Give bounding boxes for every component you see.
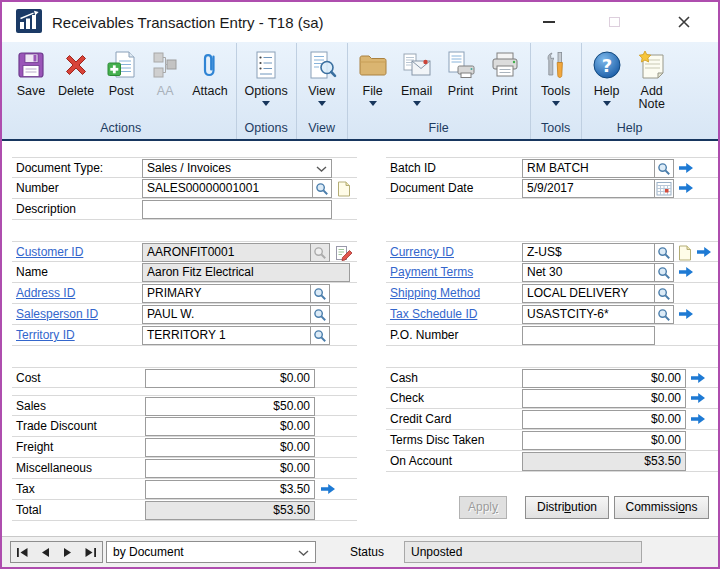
trade-discount-label: Trade Discount xyxy=(16,419,97,433)
number-note-icon[interactable] xyxy=(337,180,351,197)
credit-card-goto-arrow-icon[interactable] xyxy=(690,413,706,428)
currency-goto-arrow-icon[interactable] xyxy=(696,246,712,261)
sales-label: Sales xyxy=(16,399,46,413)
cash-field[interactable]: $0.00 xyxy=(522,369,686,388)
check-field[interactable]: $0.00 xyxy=(522,389,686,408)
description-field[interactable] xyxy=(142,200,332,219)
address-id-link[interactable]: Address ID xyxy=(16,286,75,300)
delete-button[interactable]: Delete xyxy=(53,43,99,98)
territory-id-lookup-button[interactable] xyxy=(310,326,330,345)
batch-id-field[interactable]: RM BATCH xyxy=(522,159,655,178)
options-button[interactable]: Options xyxy=(240,43,293,106)
address-id-lookup-button[interactable] xyxy=(310,284,330,303)
tools-icon xyxy=(539,47,573,83)
batch-id-lookup-button[interactable] xyxy=(654,159,674,178)
analytical-accounting-button: AA xyxy=(143,43,187,98)
first-record-button[interactable] xyxy=(16,547,29,558)
distribution-button[interactable]: Distribution xyxy=(525,496,609,519)
shipping-method-row: Shipping Method LOCAL DELIVERY xyxy=(386,283,718,304)
cost-field[interactable]: $0.00 xyxy=(145,369,315,388)
attach-button[interactable]: Attach xyxy=(187,43,232,98)
maximize-button xyxy=(600,10,628,34)
credit-card-label: Credit Card xyxy=(390,412,451,426)
currency-note-icon[interactable] xyxy=(678,244,692,261)
salesperson-id-link[interactable]: Salesperson ID xyxy=(16,307,98,321)
document-date-calendar-button[interactable] xyxy=(654,179,674,198)
next-record-button[interactable] xyxy=(61,547,74,558)
payment-terms-link[interactable]: Payment Terms xyxy=(390,265,473,279)
close-button[interactable] xyxy=(670,10,698,34)
cash-goto-arrow-icon[interactable] xyxy=(690,372,706,387)
terms-disc-taken-label: Terms Disc Taken xyxy=(390,433,484,447)
document-date-row: Document Date 5/9/2017 xyxy=(386,178,718,199)
territory-id-field[interactable]: TERRITORY 1 xyxy=(142,326,311,345)
salesperson-id-field[interactable]: PAUL W. xyxy=(142,305,311,324)
print-button[interactable]: Print xyxy=(483,43,527,98)
file-button[interactable]: File xyxy=(351,43,395,106)
tax-schedule-id-field[interactable]: USASTCITY-6* xyxy=(522,305,655,324)
total-row: Total $53.50 xyxy=(12,500,357,521)
email-button[interactable]: Email xyxy=(395,43,439,106)
toolbar-group-view: View View xyxy=(297,43,348,139)
freight-field[interactable]: $0.00 xyxy=(145,438,315,457)
minimize-button[interactable] xyxy=(535,10,563,34)
email-envelope-icon xyxy=(400,47,434,83)
save-icon xyxy=(14,47,48,83)
commissions-button[interactable]: Commissions xyxy=(614,496,709,519)
titlebar: Receivables Transaction Entry - T18 (sa) xyxy=(2,2,718,42)
document-type-row: Document Type: Sales / Invoices xyxy=(12,157,357,178)
tax-schedule-goto-arrow-icon[interactable] xyxy=(678,308,694,323)
tax-schedule-id-row: Tax Schedule ID USASTCITY-6* xyxy=(386,304,718,325)
sales-row: Sales $50.00 xyxy=(12,395,357,416)
payment-terms-goto-arrow-icon[interactable] xyxy=(678,266,694,281)
sales-field[interactable]: $50.00 xyxy=(145,397,315,416)
status-value-field: Unposted xyxy=(404,541,642,563)
currency-id-lookup-button[interactable] xyxy=(654,243,674,262)
customer-write-letters-icon[interactable] xyxy=(335,244,353,261)
address-id-field[interactable]: PRIMARY xyxy=(142,284,311,303)
tax-schedule-id-link[interactable]: Tax Schedule ID xyxy=(390,307,477,321)
last-record-button[interactable] xyxy=(84,547,97,558)
po-number-field[interactable] xyxy=(522,326,655,345)
shipping-method-lookup-button[interactable] xyxy=(654,284,674,303)
shipping-method-link[interactable]: Shipping Method xyxy=(390,286,480,300)
salesperson-id-lookup-button[interactable] xyxy=(310,305,330,324)
currency-id-link[interactable]: Currency ID xyxy=(390,245,454,259)
terms-disc-taken-field[interactable]: $0.00 xyxy=(522,431,686,450)
total-field: $53.50 xyxy=(145,501,315,520)
save-button[interactable]: Save xyxy=(9,43,53,98)
miscellaneous-field[interactable]: $0.00 xyxy=(145,459,315,478)
shipping-method-field[interactable]: LOCAL DELIVERY xyxy=(522,284,655,303)
add-note-button[interactable]: Add Note xyxy=(629,43,675,111)
document-date-field[interactable]: 5/9/2017 xyxy=(522,179,655,198)
sort-by-dropdown[interactable]: by Document xyxy=(106,541,316,563)
document-type-dropdown[interactable]: Sales / Invoices xyxy=(142,159,332,178)
number-row: Number SALES00000001001 xyxy=(12,178,357,199)
customer-id-link[interactable]: Customer ID xyxy=(16,245,83,259)
tax-schedule-id-lookup-button[interactable] xyxy=(654,305,674,324)
credit-card-field[interactable]: $0.00 xyxy=(522,410,686,429)
batch-id-goto-arrow-icon[interactable] xyxy=(678,162,694,177)
territory-id-link[interactable]: Territory ID xyxy=(16,328,75,342)
trade-discount-field[interactable]: $0.00 xyxy=(145,417,315,436)
cost-row: Cost $0.00 xyxy=(12,367,357,388)
currency-id-field[interactable]: Z-US$ xyxy=(522,243,655,262)
tax-field[interactable]: $3.50 xyxy=(145,480,315,499)
post-button[interactable]: Post xyxy=(99,43,143,98)
chevron-down-icon xyxy=(262,101,270,106)
previous-record-button[interactable] xyxy=(39,547,52,558)
print-preview-button[interactable]: Print xyxy=(439,43,483,98)
tools-button[interactable]: Tools xyxy=(534,43,578,106)
check-goto-arrow-icon[interactable] xyxy=(690,392,706,407)
view-button[interactable]: View xyxy=(300,43,344,106)
freight-row: Freight $0.00 xyxy=(12,437,357,458)
toolbar-group-actions: Save Delete Post AA Attach xyxy=(6,43,237,139)
number-lookup-button[interactable] xyxy=(312,179,332,198)
payment-terms-lookup-button[interactable] xyxy=(654,263,674,282)
number-field[interactable]: SALES00000001001 xyxy=(142,179,313,198)
document-date-goto-arrow-icon[interactable] xyxy=(678,182,694,197)
toolbar-group-tools: Tools Tools xyxy=(531,43,582,139)
tax-goto-arrow-icon[interactable] xyxy=(320,483,336,498)
payment-terms-field[interactable]: Net 30 xyxy=(522,263,655,282)
help-button[interactable]: ? Help xyxy=(585,43,629,106)
